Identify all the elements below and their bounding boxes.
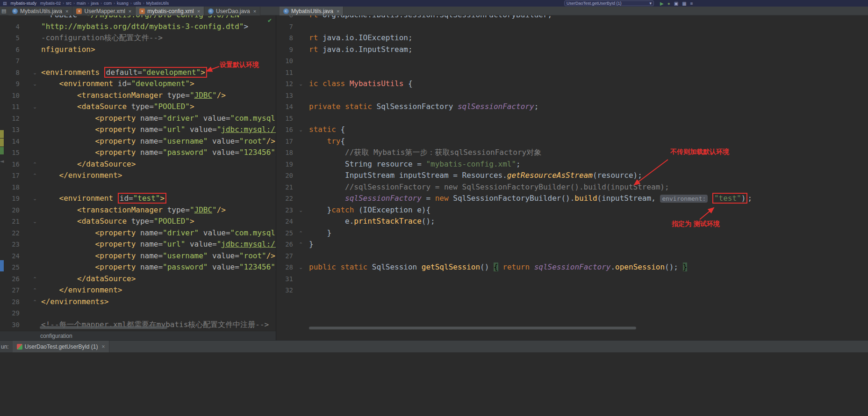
code-line[interactable]: 31 (276, 273, 868, 285)
line-number[interactable]: 28 (0, 296, 20, 308)
line-number[interactable]: 21 (0, 216, 20, 227)
line-number[interactable]: 16 (276, 124, 293, 136)
code-line[interactable]: 25⌃ } (276, 227, 868, 239)
breadcrumb-item[interactable]: mybatis-02 (40, 1, 61, 6)
horizontal-scrollbar[interactable] (40, 326, 167, 329)
line-number[interactable]: 7 (276, 21, 293, 33)
code-line[interactable]: PUBLIC "-//mybatis.org//DTD Config 3.0//… (0, 15, 276, 21)
code-line[interactable]: 6nfiguration> (0, 44, 276, 56)
code-line[interactable]: 11⌄ <dataSource type="POOLED"> (0, 101, 276, 113)
close-icon[interactable]: × (253, 8, 256, 14)
code-line[interactable]: 13 (276, 90, 868, 102)
line-number[interactable]: 11 (0, 101, 20, 113)
breadcrumb-item[interactable]: configuration (40, 333, 72, 339)
line-number[interactable]: 29 (0, 307, 20, 319)
code-line[interactable]: 15 <property name="password" value="1234… (0, 147, 276, 159)
horizontal-scrollbar[interactable] (309, 327, 636, 329)
line-number[interactable]: 32 (276, 285, 293, 296)
line-number[interactable]: 11 (276, 67, 293, 79)
code-line[interactable]: 19 String resource = "mybatis-config.xml… (276, 159, 868, 170)
code-line[interactable]: 19⌄ <environment id="test"> (0, 193, 276, 204)
code-line[interactable]: 9rt java.io.InputStream; (276, 44, 868, 56)
line-number[interactable]: 19 (276, 159, 293, 170)
line-number[interactable]: 30 (0, 319, 20, 331)
fold-open-icon[interactable]: ⌄ (299, 79, 303, 90)
java-editor-pane[interactable]: 6rt org.apache.ibatis.session.SqlSession… (276, 15, 868, 340)
project-name[interactable]: mybatis-study (11, 1, 37, 6)
run-tab[interactable]: UserDaoTest.getUserById (1) × (13, 341, 110, 353)
fold-close-icon[interactable]: ⌃ (33, 170, 37, 182)
code-line[interactable]: 26⌃ </dataSource> (0, 273, 276, 285)
breadcrumb-item[interactable]: src (66, 1, 72, 6)
line-number[interactable]: 8 (276, 32, 293, 44)
line-number[interactable]: 10 (0, 90, 20, 102)
line-number[interactable]: 26 (0, 273, 20, 285)
fold-open-icon[interactable]: ⌄ (33, 79, 37, 90)
code-line[interactable]: 23 <property name="url" value="jdbc:mysq… (0, 239, 276, 250)
editor-list-icon[interactable]: ▤ (1, 8, 6, 14)
code-line[interactable]: 21 //sqlSessionFactory = new SqlSessionF… (276, 182, 868, 193)
code-line[interactable]: 27 (276, 250, 868, 262)
line-number[interactable]: 5 (0, 32, 20, 44)
line-number[interactable]: 6 (0, 44, 20, 56)
line-number[interactable]: 18 (276, 147, 293, 159)
fold-open-icon[interactable]: ⌄ (33, 216, 37, 228)
run-button[interactable]: ▶ (660, 1, 664, 6)
code-line[interactable]: 17 try{ (276, 136, 868, 147)
code-line[interactable]: 5-configuration核心配置文件--> (0, 32, 276, 44)
code-line[interactable]: 9⌄ <environment id="development"> (0, 78, 276, 90)
code-line[interactable]: 24 e.printStackTrace(); (276, 216, 868, 227)
line-number[interactable]: 8 (0, 67, 20, 79)
line-number[interactable]: 17 (276, 136, 293, 147)
fold-close-icon[interactable]: ⌃ (299, 239, 303, 251)
code-line[interactable]: 23⌄ }catch (IOException e){ (276, 204, 868, 216)
code-line[interactable]: 32 (276, 285, 868, 296)
fold-open-icon[interactable]: ⌄ (299, 205, 303, 217)
line-number[interactable]: 14 (276, 101, 293, 113)
breadcrumb-item[interactable]: utils (134, 1, 141, 6)
breadcrumb-item[interactable]: java (91, 1, 99, 6)
line-number[interactable]: 12 (0, 113, 20, 124)
code-line[interactable]: 10 <transactionManager type="JDBC"/> (0, 90, 276, 102)
code-line[interactable]: 25 <property name="password" value="1234… (0, 262, 276, 273)
line-number[interactable]: 10 (276, 55, 293, 67)
fold-open-icon[interactable]: ⌄ (299, 262, 303, 274)
debug-button[interactable]: ● (667, 1, 670, 6)
line-number[interactable]: 6 (276, 15, 293, 21)
line-number[interactable]: 23 (0, 239, 20, 250)
code-line[interactable]: 27⌃ </environment> (0, 285, 276, 296)
code-line[interactable]: 28⌃</environments> (0, 296, 276, 308)
line-number[interactable]: 27 (0, 285, 20, 296)
line-number[interactable]: 28 (276, 262, 293, 273)
editor-tab-userdao-java[interactable]: CUserDao.java× (204, 7, 260, 15)
close-icon[interactable]: × (337, 8, 339, 14)
code-line[interactable]: 12 <property name="driver" value="com.my… (0, 113, 276, 124)
code-line[interactable]: 22 sqlSessionFactory = new SqlSessionFac… (276, 193, 868, 204)
line-number[interactable]: 9 (0, 78, 20, 90)
close-icon[interactable]: × (197, 8, 200, 14)
code-line[interactable]: 13 <property name="url" value="jdbc:mysq… (0, 124, 276, 136)
line-number[interactable]: 12 (276, 78, 293, 90)
line-number[interactable]: 15 (276, 113, 293, 124)
line-number[interactable]: 17 (0, 170, 20, 182)
inspections-ok-icon[interactable]: ✔ (267, 17, 272, 24)
breadcrumb-item[interactable]: MybatisUtils (146, 1, 169, 6)
fold-open-icon[interactable]: ⌄ (33, 193, 37, 205)
code-line[interactable]: 14private static SqlSessionFactory sqlSe… (276, 101, 868, 113)
line-number[interactable]: 23 (276, 204, 293, 216)
editor-tab-usermapper-xml[interactable]: xUserMapper.xml× (72, 7, 136, 15)
code-line[interactable]: 18 (0, 182, 276, 193)
code-line[interactable]: 20 <transactionManager type="JDBC"/> (0, 204, 276, 216)
code-line[interactable]: 12⌄ic class MybatisUtils { (276, 78, 868, 90)
editor-tab-mybatisutils-java[interactable]: CMybatisUtils.java× (8, 7, 72, 15)
coverage-button[interactable]: ▣ (674, 1, 678, 6)
code-line[interactable]: 24 <property name="username" value="root… (0, 250, 276, 262)
code-line[interactable]: 11 (276, 67, 868, 79)
code-line[interactable]: 15 (276, 113, 868, 124)
breadcrumb-item[interactable]: com (104, 1, 112, 6)
code-line[interactable]: 16⌄static { (276, 124, 868, 136)
code-line[interactable]: 28⌄public static SqlSession getSqlSessio… (276, 262, 868, 273)
code-line[interactable]: 18 //获取 Mybatis第一步：获取sqlSessionFactory对象 (276, 147, 868, 159)
menu-icon[interactable]: ▤ (3, 1, 7, 6)
code-line[interactable]: 8rt java.io.IOException; (276, 32, 868, 44)
